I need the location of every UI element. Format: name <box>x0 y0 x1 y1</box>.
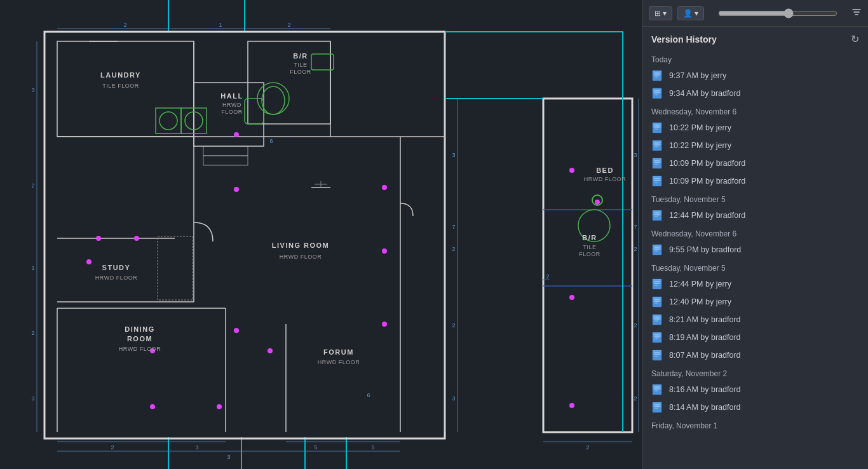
version-item[interactable]: 12:44 PM by bradford <box>642 207 868 224</box>
svg-text:ROOM: ROOM <box>127 335 153 343</box>
document-icon <box>651 296 664 308</box>
cad-drawing-area[interactable]: 2 1 2 3 2 1 2 3 3 2 2 3 3 2 2 2 <box>0 0 642 469</box>
grid-icon: ⊞ <box>654 9 661 18</box>
svg-text:2: 2 <box>634 395 637 402</box>
svg-text:2: 2 <box>634 246 637 252</box>
svg-text:2: 2 <box>111 444 114 451</box>
svg-point-104 <box>569 295 574 300</box>
date-group-label-2: Tuesday, November 5 <box>642 190 868 207</box>
svg-text:5: 5 <box>371 444 374 451</box>
version-item-time: 8:19 AM by bradford <box>669 333 741 342</box>
version-item[interactable]: 12:40 PM by jerry <box>642 293 868 311</box>
version-item-time: 8:07 AM by bradford <box>669 351 741 360</box>
version-item[interactable]: 10:09 PM by bradford <box>642 172 868 190</box>
document-icon <box>651 350 664 361</box>
svg-point-91 <box>134 236 139 241</box>
document-icon <box>651 244 664 255</box>
version-item[interactable]: 10:22 PM by jerry <box>642 137 868 154</box>
svg-text:1: 1 <box>31 265 34 271</box>
version-item[interactable]: 10:09 PM by bradford <box>642 154 868 172</box>
version-item-time: 8:16 AM by bradford <box>669 385 741 394</box>
svg-text:FLOOR: FLOOR <box>290 69 311 75</box>
svg-point-105 <box>569 403 574 408</box>
version-item[interactable]: 8:19 AM by bradford <box>642 329 868 346</box>
version-item[interactable]: 8:07 AM by bradford <box>642 346 868 364</box>
svg-text:5: 5 <box>314 444 317 451</box>
svg-point-103 <box>595 200 600 205</box>
version-item[interactable]: 8:14 AM by bradford <box>642 398 868 416</box>
svg-text:BED: BED <box>596 167 614 174</box>
document-icon <box>651 122 664 133</box>
svg-text:2: 2 <box>287 22 290 28</box>
version-item[interactable]: 8:21 AM by bradford <box>642 311 868 329</box>
version-item-time: 9:34 AM by bradford <box>669 89 741 98</box>
svg-text:3: 3 <box>227 454 230 460</box>
svg-text:DINING: DINING <box>125 325 155 333</box>
svg-text:1: 1 <box>219 22 222 28</box>
svg-text:7: 7 <box>634 224 637 230</box>
svg-point-99 <box>268 348 273 353</box>
svg-point-90 <box>96 236 101 241</box>
document-icon <box>651 158 664 169</box>
svg-text:HRWD FLOOR: HRWD FLOOR <box>318 359 360 365</box>
document-icon <box>651 314 664 325</box>
user-icon: 👤 <box>683 9 693 18</box>
svg-point-93 <box>234 187 239 192</box>
svg-text:FLOOR: FLOOR <box>579 251 600 257</box>
svg-text:2: 2 <box>452 246 455 252</box>
svg-point-101 <box>150 404 155 409</box>
svg-text:2: 2 <box>452 322 455 329</box>
date-group-label-4: Tuesday, November 5 <box>642 259 868 275</box>
svg-point-89 <box>234 132 239 137</box>
svg-text:HRWD FLOOR: HRWD FLOOR <box>119 346 161 352</box>
timeline-slider[interactable] <box>718 8 837 18</box>
svg-text:HALL: HALL <box>220 92 243 100</box>
document-icon <box>651 88 664 99</box>
document-icon <box>651 402 664 413</box>
version-item[interactable]: 10:22 PM by jerry <box>642 119 868 137</box>
version-item-time: 10:22 PM by jerry <box>669 141 731 150</box>
svg-text:LAUNDRY: LAUNDRY <box>100 71 141 79</box>
document-icon <box>651 140 664 151</box>
version-item[interactable]: 9:55 PM by bradford <box>642 241 868 259</box>
svg-point-100 <box>217 404 222 409</box>
svg-point-94 <box>382 185 387 190</box>
filter-button[interactable] <box>851 7 862 20</box>
grid-dropdown-arrow: ▾ <box>663 9 667 18</box>
version-item-time: 12:44 PM by jerry <box>669 280 731 289</box>
grid-view-button[interactable]: ⊞ ▾ <box>649 6 672 20</box>
version-item-time: 12:44 PM by bradford <box>669 211 745 220</box>
version-item[interactable]: 9:34 AM by bradford <box>642 85 868 102</box>
svg-text:2: 2 <box>31 330 34 336</box>
svg-point-95 <box>382 248 387 254</box>
refresh-button[interactable]: ↻ <box>851 33 859 45</box>
svg-text:2: 2 <box>31 182 34 189</box>
svg-text:HRWD: HRWD <box>222 102 241 108</box>
version-item-time: 8:14 AM by bradford <box>669 403 741 412</box>
version-item[interactable]: 8:16 AM by bradford <box>642 381 868 398</box>
svg-point-92 <box>86 259 92 264</box>
svg-text:3: 3 <box>634 152 637 158</box>
date-group-label-1: Wednesday, November 6 <box>642 102 868 119</box>
version-history-panel: ⊞ ▾ 👤 ▾ Version History ↻ Today 9:37 AM … <box>642 0 868 469</box>
svg-text:STUDY: STUDY <box>102 264 131 271</box>
svg-text:3: 3 <box>195 444 198 451</box>
svg-text:3: 3 <box>31 395 34 402</box>
version-item-time: 9:55 PM by bradford <box>669 245 741 254</box>
version-item[interactable]: 12:44 PM by jerry <box>642 275 868 293</box>
version-history-title: Version History <box>651 34 717 44</box>
svg-point-102 <box>569 168 574 173</box>
svg-text:TILE: TILE <box>294 62 307 68</box>
document-icon <box>651 278 664 290</box>
version-item[interactable]: 9:37 AM by jerry <box>642 67 868 85</box>
svg-text:TILE: TILE <box>583 244 596 250</box>
user-button[interactable]: 👤 ▾ <box>677 6 704 20</box>
svg-text:3: 3 <box>452 152 455 158</box>
user-dropdown-arrow: ▾ <box>695 9 698 18</box>
date-group-label-0: Today <box>642 50 868 67</box>
svg-text:2: 2 <box>586 444 589 451</box>
svg-text:B/R: B/R <box>293 52 308 60</box>
version-list[interactable]: Today 9:37 AM by jerry 9:34 AM by bradfo… <box>642 50 868 469</box>
svg-text:HRWD FLOOR: HRWD FLOOR <box>584 176 626 182</box>
document-icon <box>651 175 664 187</box>
